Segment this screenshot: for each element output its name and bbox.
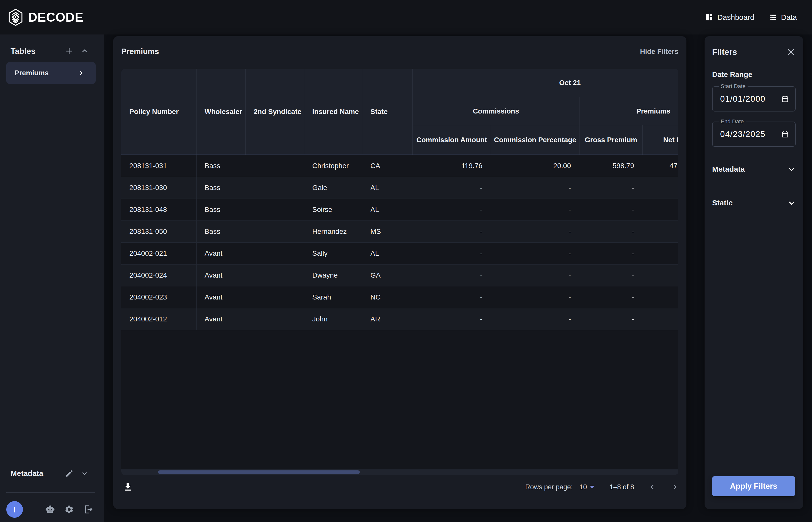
start-date-label: Start Date	[719, 83, 748, 89]
nav-data[interactable]: Data	[769, 13, 797, 22]
column-header[interactable]: 2nd Syndicate	[246, 69, 304, 155]
table-cell	[246, 243, 304, 264]
nav-dashboard[interactable]: Dashboard	[705, 13, 754, 22]
rows-per-page-label: Rows per page:	[525, 483, 573, 491]
metadata-header: Metadata	[11, 469, 43, 478]
table-cell	[643, 243, 678, 264]
user-avatar[interactable]: I	[6, 501, 23, 518]
brand-name: DECODE	[28, 10, 84, 25]
table-body: 208131-031BassChristopherCA119.7620.0059…	[121, 155, 678, 330]
table-cell: Bass	[197, 177, 246, 199]
table-cell: NC	[362, 286, 413, 308]
table-cell: 204002-024	[121, 264, 197, 286]
premiums-card: Premiums Hide Filters Policy NumberWhole…	[113, 36, 686, 509]
table-cell: Gale	[304, 177, 362, 199]
brand: DECODE	[7, 8, 84, 26]
chevron-right-icon	[78, 70, 84, 76]
end-date-value[interactable]: 04/23/2025	[713, 129, 766, 139]
assistant-robot-icon[interactable]	[45, 505, 55, 514]
hide-filters-button[interactable]: Hide Filters	[640, 47, 678, 56]
table-cell: 204002-021	[121, 243, 197, 264]
logout-icon[interactable]	[84, 505, 93, 514]
top-bar: DECODE Dashboard Data	[0, 0, 812, 35]
edit-metadata-icon[interactable]	[65, 469, 74, 478]
table-row[interactable]: 204002-021AvantSallyAL---	[121, 243, 678, 264]
table-cell: -	[491, 243, 580, 264]
end-date-field[interactable]: End Date 04/23/2025	[712, 122, 796, 147]
table-cell: Dwayne	[304, 264, 362, 286]
date-range-label: Date Range	[712, 71, 796, 79]
column-header[interactable]: Policy Number	[121, 69, 197, 155]
download-icon[interactable]	[123, 482, 133, 492]
table-cell: -	[580, 286, 643, 308]
table-row[interactable]: 208131-030BassGaleAL---	[121, 177, 678, 199]
table-cell: 47	[643, 155, 678, 177]
apply-filters-button[interactable]: Apply Filters	[712, 476, 795, 496]
table-cell	[246, 199, 304, 220]
table-cell: 208131-048	[121, 199, 197, 220]
settings-gear-icon[interactable]	[64, 505, 74, 514]
calendar-icon[interactable]	[781, 130, 789, 138]
subgroup-header-premiums[interactable]: Premiums	[580, 97, 678, 125]
start-date-value[interactable]: 01/01/2000	[713, 94, 766, 104]
rows-per-page-caret-icon[interactable]	[590, 486, 594, 488]
avatar-initial: I	[13, 505, 16, 515]
table-row[interactable]: 204002-012AvantJohnAR---	[121, 308, 678, 330]
column-header[interactable]: Net Premium	[643, 125, 678, 155]
table-cell: -	[413, 221, 491, 242]
table-row[interactable]: 208131-050BassHernandezMS---	[121, 221, 678, 243]
column-header[interactable]: Commission Amount	[413, 125, 491, 155]
expand-metadata-icon[interactable]	[81, 470, 88, 477]
add-table-icon[interactable]	[65, 47, 74, 55]
table-cell: CA	[362, 155, 413, 177]
table-cell: GA	[362, 264, 413, 286]
chevron-down-icon	[788, 165, 796, 173]
table-footer: Rows per page: 10 1–8 of 8	[121, 475, 678, 509]
column-header[interactable]: Wholesaler	[197, 69, 246, 155]
table-cell: AL	[362, 199, 413, 220]
column-header[interactable]: Commission Percentage	[491, 125, 580, 155]
tables-header: Tables	[11, 46, 36, 56]
column-header[interactable]: Insured Name	[304, 69, 362, 155]
table-cell: -	[491, 199, 580, 220]
dashboard-icon	[705, 13, 713, 21]
sidebar-item-premiums[interactable]: Premiums	[6, 62, 96, 84]
table-cell	[643, 308, 678, 330]
table-cell	[643, 286, 678, 308]
content-area: Premiums Hide Filters Policy NumberWhole…	[104, 35, 812, 522]
group-header-oct21[interactable]: Oct 21	[413, 69, 678, 97]
calendar-icon[interactable]	[781, 95, 789, 103]
close-filters-icon[interactable]	[786, 47, 796, 57]
filters-title: Filters	[712, 47, 737, 57]
metadata-section-toggle[interactable]: Metadata	[712, 164, 796, 174]
table-row[interactable]: 208131-031BassChristopherCA119.7620.0059…	[121, 155, 678, 177]
nav-dashboard-label: Dashboard	[717, 13, 754, 22]
chevron-down-icon	[788, 199, 796, 207]
table-cell: Sarah	[304, 286, 362, 308]
table-row[interactable]: 204002-024AvantDwayneGA---	[121, 264, 678, 286]
table-cell: -	[491, 177, 580, 199]
table-row[interactable]: 204002-023AvantSarahNC---	[121, 286, 678, 308]
next-page-icon[interactable]	[671, 483, 678, 491]
column-header[interactable]: Gross Premium	[580, 125, 643, 155]
previous-page-icon[interactable]	[649, 483, 656, 491]
start-date-field[interactable]: Start Date 01/01/2000	[712, 86, 796, 112]
subgroup-header-commissions[interactable]: Commissions	[413, 97, 580, 125]
filters-panel: Filters Date Range Start Date 01/01/2000…	[705, 36, 803, 509]
table-cell: -	[413, 264, 491, 286]
table-cell: 119.76	[413, 155, 491, 177]
table-cell	[246, 264, 304, 286]
collapse-tables-icon[interactable]	[81, 47, 88, 55]
table-cell	[246, 177, 304, 199]
table-cell: AR	[362, 308, 413, 330]
rows-per-page-value[interactable]: 10	[579, 483, 587, 491]
sidebar-divider	[6, 492, 95, 493]
table-cell: MS	[362, 221, 413, 242]
scrollbar-thumb[interactable]	[158, 470, 360, 474]
horizontal-scrollbar[interactable]	[121, 469, 678, 475]
table-row[interactable]: 208131-048BassSoirseAL---	[121, 199, 678, 221]
static-section-toggle[interactable]: Static	[712, 198, 796, 208]
static-section-label: Static	[712, 199, 733, 207]
end-date-label: End Date	[719, 118, 746, 125]
column-header[interactable]: State	[362, 69, 413, 155]
